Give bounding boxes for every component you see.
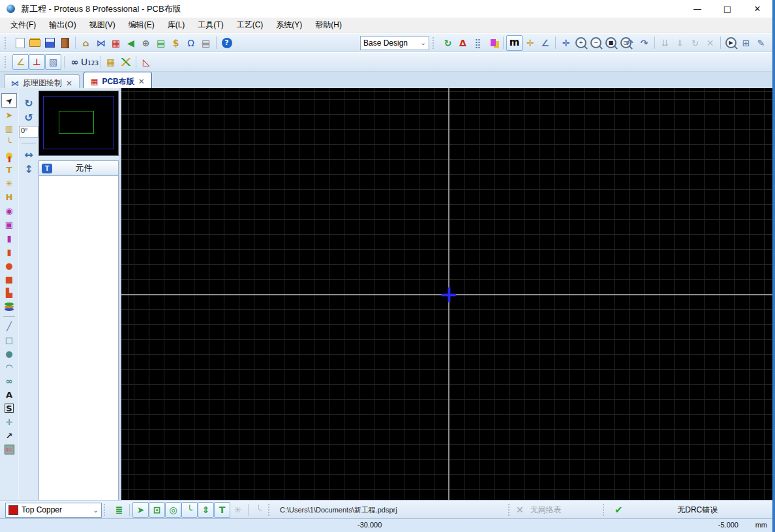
view-group-b: m✛∠ [506, 34, 553, 52]
line-2d-icon[interactable]: ╱ [2, 319, 16, 332]
square-pad-icon[interactable]: ▣ [2, 218, 16, 231]
schematic-capture-icon[interactable]: ⋈ [93, 36, 108, 50]
icon-glyph: ● [5, 349, 12, 358]
false-origin-icon[interactable]: ✛ [523, 36, 538, 50]
marker-2d-icon[interactable]: ✛ [2, 415, 16, 428]
smt-round-pad-icon[interactable]: ● [2, 259, 16, 272]
menu-view[interactable]: 视图(V) [83, 18, 122, 33]
pad-filter-icon[interactable]: ⊡ [149, 502, 165, 518]
track-filter-icon[interactable]: ╰ [181, 502, 198, 518]
open-project-icon[interactable] [27, 36, 42, 50]
auto-track-necking-icon[interactable]: ⊥ [29, 54, 45, 70]
components-tab-button[interactable]: T [42, 164, 52, 173]
rotation-angle-field[interactable]: 0° [19, 126, 38, 138]
zoom-to-part-icon[interactable]: ▶ [723, 36, 738, 50]
menu-system[interactable]: 系统(Y) [269, 18, 309, 33]
rotate-anticlockwise-icon[interactable]: ↺ [21, 110, 37, 125]
metric-toggle-icon[interactable]: m [506, 35, 523, 51]
selection-filter-icon[interactable]: ▧ [45, 54, 61, 70]
pre-production-check-icon[interactable]: ◺ [139, 55, 154, 69]
component-filter-icon[interactable]: ➤ [132, 502, 149, 518]
smt-polygon-pad-icon[interactable]: ▙ [2, 286, 16, 299]
drc-status[interactable]: ✔ 无DRC错误 [611, 504, 772, 516]
round-pad-icon[interactable]: ◉ [2, 204, 16, 217]
bill-of-materials-icon[interactable]: $ [168, 36, 183, 50]
via-filter-icon[interactable]: ◎ [165, 502, 181, 518]
3d-visualizer-icon[interactable]: ◀ [123, 36, 138, 50]
ratsnest-mode-icon[interactable]: ✳ [2, 177, 16, 190]
zoom-in-icon[interactable]: + [573, 36, 588, 50]
zoom-out-icon[interactable]: − [588, 36, 603, 50]
zone-mode-icon[interactable]: T [2, 163, 16, 176]
close-button[interactable]: ✕ [742, 0, 772, 18]
polar-coordinates-icon[interactable]: ∠ [538, 36, 553, 50]
clearance-filter-icon[interactable]: ⇕ [198, 502, 214, 518]
text-2d-icon[interactable]: A [2, 388, 16, 401]
help-icon[interactable]: ? [219, 36, 234, 50]
electrical-rule-check-icon[interactable]: Ω [183, 36, 198, 50]
trace-angle-lock-icon[interactable]: ∠ [12, 54, 29, 70]
search-tag-icon[interactable]: ∞ [67, 55, 82, 69]
flip-view-icon[interactable]: Δ [455, 36, 470, 50]
pan-icon[interactable]: ✛ [558, 36, 573, 50]
undo-icon[interactable]: ↶ [622, 36, 637, 50]
settings-wand-icon[interactable]: ✎ [753, 36, 768, 50]
layer-selector[interactable]: Top Copper ⌄ [5, 503, 102, 518]
zoom-all-icon[interactable]: ■ [603, 36, 618, 50]
track-mode-icon[interactable]: ╰ [2, 136, 16, 149]
pcb-canvas[interactable] [121, 88, 772, 501]
circle-2d-icon[interactable]: ● [2, 347, 16, 360]
design-explorer-icon[interactable]: ▤ [153, 36, 168, 50]
save-project-icon[interactable] [42, 36, 57, 50]
rotate-clockwise-icon[interactable]: ↻ [21, 96, 37, 110]
menu-file[interactable]: 文件(F) [4, 18, 42, 33]
maximize-button[interactable]: □ [712, 0, 742, 18]
import-project-icon[interactable] [57, 36, 72, 50]
redraw-icon[interactable]: ↻ [440, 36, 455, 50]
dimension-mode-icon[interactable]: ↗ [2, 429, 16, 442]
auto-router-icon[interactable] [118, 55, 133, 69]
layer-stack-icon[interactable]: ≣ [112, 503, 127, 517]
connectivity-mode-icon[interactable]: H [2, 190, 16, 203]
icon-glyph: ↻ [444, 38, 452, 48]
menu-library[interactable]: 库(L) [161, 18, 192, 33]
design-combo[interactable]: Base Design ⌄ [360, 36, 429, 50]
project-notes-icon[interactable]: ▤ [198, 36, 213, 50]
pcb-layout-icon[interactable]: ▦ [108, 36, 123, 50]
gerber-viewer-icon[interactable]: ⊕ [138, 36, 153, 50]
package-mode-icon[interactable]: ▥ [2, 122, 16, 135]
new-project-icon[interactable] [12, 36, 27, 50]
menu-tools[interactable]: 工具(T) [191, 18, 230, 33]
flip-horizontal-icon[interactable]: ↔ [21, 147, 37, 162]
menu-edit[interactable]: 编辑(E) [122, 18, 161, 33]
close-tab-icon[interactable]: ✕ [138, 77, 145, 86]
component-mode-icon[interactable]: ➤ [2, 108, 16, 121]
edge-connector-pad-icon[interactable]: ▮ [2, 245, 16, 258]
close-tab-icon[interactable]: ✕ [66, 79, 72, 88]
dil-pad-icon[interactable]: ▮ [2, 231, 16, 244]
home-page-icon[interactable]: ⌂ [78, 36, 93, 50]
smt-square-pad-icon[interactable]: ■ [2, 273, 16, 286]
menu-technology[interactable]: 工艺(C) [230, 18, 270, 33]
auto-annotate-icon[interactable]: U₁₂₃ [82, 55, 97, 69]
padstack-mode-icon[interactable] [2, 300, 16, 313]
selection-mode-icon[interactable]: ➤ [1, 93, 17, 108]
zone-filter-icon[interactable]: T [214, 502, 230, 518]
path-2d-icon[interactable]: ∞ [2, 374, 16, 387]
menu-output[interactable]: 输出(O) [42, 18, 82, 33]
board-edge-mode-icon[interactable]: ⇐ [2, 443, 16, 456]
box-2d-icon[interactable]: □ [2, 333, 16, 346]
symbol-2d-icon[interactable]: S [2, 402, 16, 415]
flip-vertical-icon[interactable]: ↕ [21, 162, 37, 176]
board-overview[interactable] [38, 91, 119, 156]
layer-colours-icon[interactable] [485, 36, 500, 50]
menu-help[interactable]: 帮助(H) [309, 18, 348, 33]
minimize-button[interactable]: — [682, 0, 712, 18]
grid-toggle-icon[interactable]: ⣿ [470, 36, 485, 50]
new-package-icon[interactable]: ⊞ [738, 36, 753, 50]
auto-placer-icon[interactable]: ▦ [103, 55, 118, 69]
components-list[interactable] [38, 176, 119, 501]
redo-icon[interactable]: ↷ [637, 36, 652, 50]
via-mode-icon[interactable] [2, 149, 16, 162]
arc-2d-icon[interactable]: ◠ [2, 361, 16, 374]
